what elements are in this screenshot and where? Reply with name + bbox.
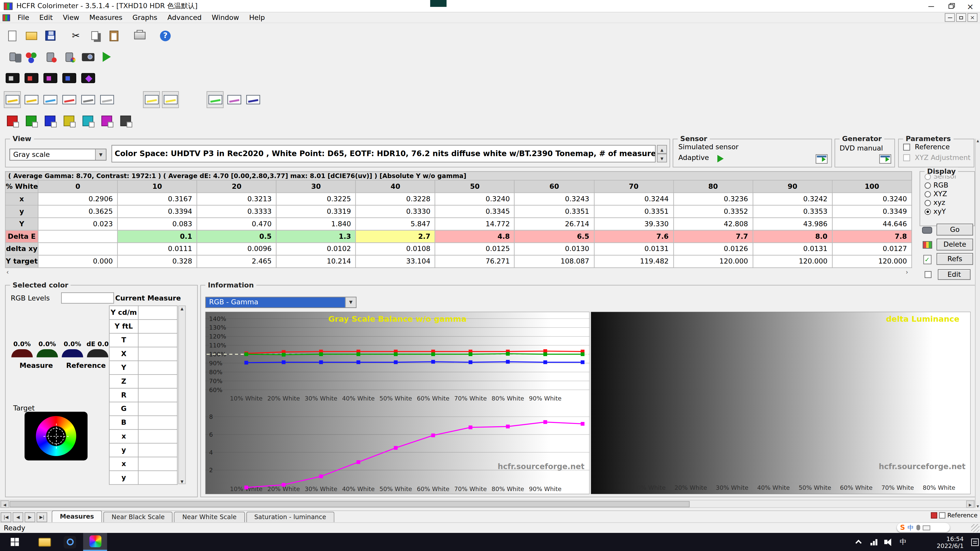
delete-button[interactable]: Delete	[937, 239, 973, 251]
ime-indicator[interactable]: 中	[897, 533, 909, 551]
pinned-app-button[interactable]	[58, 533, 82, 551]
cell-delta-e-10[interactable]: 0.1	[118, 230, 197, 243]
cell-y-70[interactable]: 0.3351	[594, 205, 673, 218]
gamut-view-icon[interactable]	[4, 91, 21, 108]
cell-y-70[interactable]: 39.330	[594, 218, 673, 230]
cell-x-80[interactable]: 0.3236	[673, 193, 752, 205]
horizontal-scrollbar[interactable]	[0, 500, 975, 508]
reference-toggle[interactable]: Reference	[931, 512, 977, 519]
camera-icon[interactable]	[80, 48, 97, 65]
mdi-close-button[interactable]	[967, 13, 977, 22]
cell-y-100[interactable]: 0.3349	[832, 205, 912, 218]
grayscale-chart-icon[interactable]	[143, 91, 160, 108]
notification-center-button[interactable]	[970, 533, 980, 551]
combined-chart-icon[interactable]	[207, 91, 224, 108]
cell-x-70[interactable]: 0.3244	[594, 193, 673, 205]
nearwhite-view-icon[interactable]	[98, 91, 115, 108]
cie-chart-icon[interactable]	[245, 91, 262, 108]
measure-primaries-icon[interactable]	[23, 70, 40, 86]
nearblack-view-icon[interactable]	[80, 91, 97, 108]
cell-y-target-50[interactable]: 76.271	[435, 255, 514, 268]
taskbar-clock[interactable]: 16:54 2022/6/1	[923, 533, 964, 551]
cell-y-40[interactable]: 0.3330	[356, 205, 435, 218]
start-button[interactable]	[0, 533, 29, 551]
scroll-left-arrow[interactable]	[0, 500, 9, 508]
cell-y-90[interactable]: 43.986	[753, 218, 832, 230]
tab-first-button[interactable]	[0, 512, 11, 522]
saturation-cyan-icon[interactable]	[80, 112, 97, 129]
help-icon[interactable]: ?	[157, 27, 174, 44]
cell-x-10[interactable]: 0.3167	[118, 193, 197, 205]
generator-config-button[interactable]	[879, 154, 891, 164]
cell-delta-e-60[interactable]: 6.5	[514, 230, 594, 243]
cell-x-20[interactable]: 0.3213	[197, 193, 277, 205]
cell-y-60[interactable]: 0.3351	[514, 205, 594, 218]
grayscale-steps-icon[interactable]	[117, 112, 134, 129]
tab-saturation-luminance[interactable]: Saturation - luminance	[246, 512, 334, 522]
print-icon[interactable]	[131, 27, 148, 44]
menu-view[interactable]: View	[58, 12, 84, 23]
checkbox-icon[interactable]	[939, 512, 945, 518]
cell-x-0[interactable]: 0.2906	[38, 193, 118, 205]
soft-keyboard-icon[interactable]	[923, 525, 930, 530]
cell-y-30[interactable]: 1.840	[277, 218, 356, 230]
cell-y-50[interactable]: 0.3345	[435, 205, 514, 218]
cell-y-target-40[interactable]: 33.104	[356, 255, 435, 268]
cell-y-0[interactable]: 0.3625	[38, 205, 118, 218]
cell-x-90[interactable]: 0.3242	[753, 193, 832, 205]
cell-x-30[interactable]: 0.3225	[277, 193, 356, 205]
cell-y-30[interactable]: 0.3319	[277, 205, 356, 218]
saturation-blue-icon[interactable]	[41, 112, 59, 129]
display-option-xyz[interactable]: xyz	[924, 199, 974, 207]
sensor-red-icon[interactable]	[41, 48, 59, 65]
cell-delta-e-80[interactable]: 7.7	[673, 230, 752, 243]
menu-graphs[interactable]: Graphs	[127, 12, 162, 23]
measure-grayscale-icon[interactable]	[4, 70, 21, 86]
hcfr-taskbar-button[interactable]	[83, 533, 107, 551]
menu-help[interactable]: Help	[244, 12, 270, 23]
cell-y-20[interactable]: 0.470	[197, 218, 277, 230]
volume-icon[interactable]	[882, 533, 893, 551]
cell-y-target-70[interactable]: 119.482	[594, 255, 673, 268]
display-option-rgb[interactable]: RGB	[924, 181, 974, 189]
new-file-icon[interactable]	[4, 27, 21, 44]
cell-delta-e-50[interactable]: 4.8	[435, 230, 514, 243]
cell-delta-e-0[interactable]	[38, 230, 118, 243]
cell-y-target-80[interactable]: 120.000	[673, 255, 752, 268]
cell-delta-xy-80[interactable]: 0.0126	[673, 243, 752, 255]
cell-y-0[interactable]: 0.023	[38, 218, 118, 230]
open-file-icon[interactable]	[23, 27, 40, 44]
go-button[interactable]: Go	[937, 224, 973, 236]
cell-delta-xy-20[interactable]: 0.0096	[197, 243, 277, 255]
rgb-balance-chart-icon[interactable]	[162, 91, 179, 108]
colortemp-chart-icon[interactable]	[226, 91, 243, 108]
scroll-right-arrow[interactable]	[966, 500, 974, 508]
display-option-xyy[interactable]: xyY	[924, 207, 974, 216]
rgb-view-icon[interactable]	[60, 91, 78, 108]
cut-icon[interactable]	[67, 27, 84, 44]
cell-delta-e-20[interactable]: 0.5	[197, 230, 277, 243]
file-explorer-button[interactable]	[33, 533, 57, 551]
chevron-down-icon[interactable]	[345, 297, 356, 307]
cell-delta-xy-90[interactable]: 0.0131	[753, 243, 832, 255]
cell-x-60[interactable]: 0.3243	[514, 193, 594, 205]
cell-y-50[interactable]: 14.772	[435, 218, 514, 230]
close-button[interactable]	[961, 0, 980, 13]
save-icon[interactable]	[41, 27, 59, 44]
view-mode-dropdown[interactable]: Gray scale	[10, 149, 107, 161]
sensor-config-button[interactable]	[816, 154, 828, 164]
mic-icon[interactable]	[916, 525, 920, 530]
cell-x-40[interactable]: 0.3228	[356, 193, 435, 205]
scroll-down-icon[interactable]	[181, 479, 183, 483]
cell-y-target-100[interactable]: 120.000	[832, 255, 912, 268]
spinner-down-icon[interactable]	[657, 154, 667, 162]
cell-y-60[interactable]: 26.714	[514, 218, 594, 230]
cell-delta-xy-30[interactable]: 0.0102	[277, 243, 356, 255]
scroll-left-hint[interactable]: ‹	[6, 268, 9, 275]
hidden-icons-button[interactable]	[854, 533, 864, 551]
gamma-view-icon[interactable]	[41, 91, 59, 108]
checkbox-icon[interactable]	[903, 144, 910, 151]
cell-y-target-20[interactable]: 2.465	[197, 255, 277, 268]
cell-y-target-10[interactable]: 0.328	[118, 255, 197, 268]
tab-prev-button[interactable]	[13, 512, 23, 522]
